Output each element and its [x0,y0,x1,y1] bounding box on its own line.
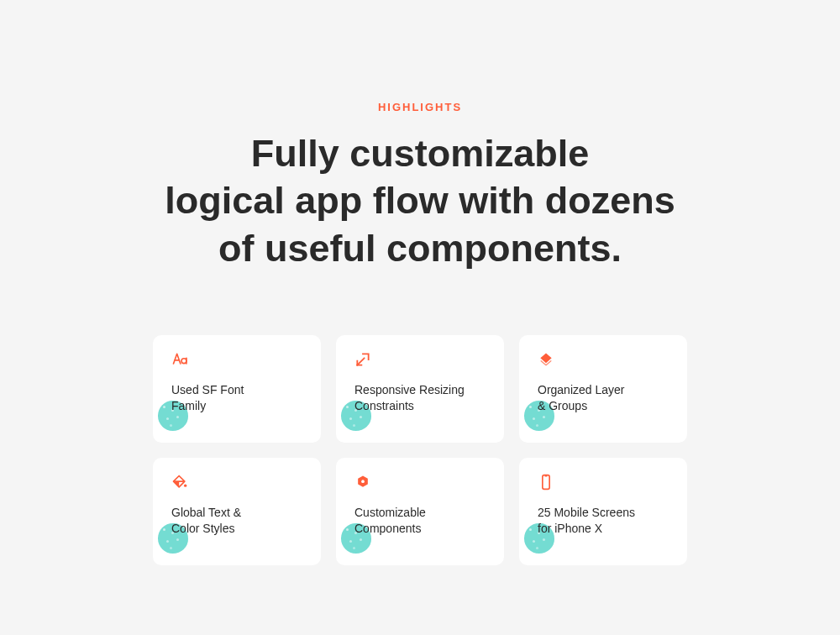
svg-point-2 [361,480,365,483]
feature-card: Responsive Resizing Constraints [336,335,504,443]
feature-title-line: Responsive Resizing [354,383,465,396]
feature-title-line: Organized Layer [538,383,625,396]
typography-icon [171,350,190,369]
svg-point-1 [184,484,186,486]
feature-title-line: Constraints [354,399,414,412]
feature-title-line: for iPhone X [538,522,602,535]
headline-line-3: of useful components. [218,227,622,270]
svg-rect-3 [543,475,549,489]
svg-rect-4 [544,475,547,476]
feature-card: Customizable Components [336,458,504,565]
feature-title: Customizable Components [354,505,486,537]
feature-card: Global Text & Color Styles [153,458,321,565]
feature-title-line: & Groups [538,399,587,412]
feature-title-line: Global Text & [171,506,241,519]
feature-title-line: 25 Mobile Screens [538,506,635,519]
component-hex-icon [354,473,373,491]
feature-title-line: Family [171,399,206,412]
feature-title: 25 Mobile Screens for iPhone X [538,505,669,537]
highlights-section: HIGHLIGHTS Fully customizable logical ap… [0,0,840,565]
paint-bucket-icon [171,473,190,491]
layer-diamond-icon [538,350,556,369]
svg-point-0 [181,359,186,364]
feature-title-line: Customizable [354,506,426,519]
headline-line-2: logical app flow with dozens [165,179,675,222]
feature-title: Used SF Font Family [171,382,302,414]
section-headline: Fully customizable logical app flow with… [165,130,675,272]
feature-title: Organized Layer & Groups [538,382,669,414]
resize-icon [354,350,373,369]
section-eyebrow: HIGHLIGHTS [378,101,462,113]
headline-line-1: Fully customizable [251,132,590,175]
feature-title-line: Used SF Font [171,383,244,396]
phone-icon [538,473,556,491]
feature-card: 25 Mobile Screens for iPhone X [519,458,687,565]
feature-card: Organized Layer & Groups [519,335,687,443]
feature-title-line: Color Styles [171,522,234,535]
feature-title: Responsive Resizing Constraints [354,382,486,414]
features-grid: Used SF Font Family Responsive Resizing … [153,335,687,565]
feature-title-line: Components [354,522,421,535]
feature-card: Used SF Font Family [153,335,321,443]
feature-title: Global Text & Color Styles [171,505,302,537]
